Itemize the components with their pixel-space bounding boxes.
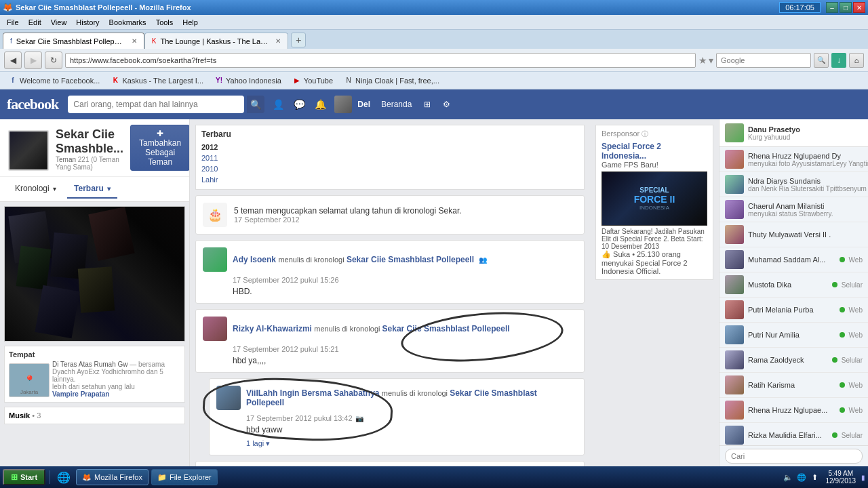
fb-tab-kronologi[interactable]: Kronologi ▾	[8, 180, 63, 199]
taskbar-icon-orb[interactable]: 🌐	[54, 468, 73, 487]
taskbar-upload-icon[interactable]: ⬆	[810, 472, 821, 483]
chat-item-ndra[interactable]: Ndra Diarys Sundanis dan Nenk Ria Sluter…	[719, 172, 868, 197]
fb-right-sidebar: Bersponsor ⓘ Special Force 2 Indonesia..…	[590, 119, 719, 466]
fb-year-2011[interactable]: 2011	[201, 152, 578, 163]
back-button[interactable]: ◀	[4, 52, 22, 69]
bookmark-youtube[interactable]: ▶ YouTube	[288, 75, 337, 87]
minimize-button[interactable]: –	[826, 2, 838, 13]
fb-post-viillahh-author[interactable]: ViilLahh Ingin Bersma Sahabatnya	[246, 388, 380, 398]
fb-post-rizky-body: hbd ya,,,,	[203, 356, 577, 365]
chat-item-thuty[interactable]: Thuty Mulyawati Versi II .	[719, 222, 868, 247]
search-button[interactable]: 🔍	[814, 53, 829, 68]
menu-file[interactable]: File	[3, 17, 23, 28]
url-bar[interactable]	[65, 53, 696, 68]
add-friend-button[interactable]: ✚ Tambahkan Sebagai Teman	[130, 125, 190, 171]
menu-edit[interactable]: Edit	[24, 17, 45, 28]
suka-label[interactable]: 👍 Suka	[601, 250, 630, 258]
fb-vampire-label: Vampire Prapatan	[52, 390, 180, 398]
taskbar-network-icon[interactable]: 🌐	[796, 472, 807, 483]
fb-pages-link[interactable]: ⊞	[418, 98, 436, 110]
fb-post-rizky-author[interactable]: Rizky Al-Khawarizmi	[233, 324, 312, 333]
bookmark-kaskus[interactable]: K Kaskus - The Largest I...	[106, 75, 208, 87]
chat-item-chaerul[interactable]: Chaerul Anam Milanisti menyukai status S…	[719, 197, 868, 222]
menu-bookmarks[interactable]: Bookmarks	[105, 17, 151, 28]
chat-item-rhena2[interactable]: Rhena Hruzz Nglupae... Web	[719, 398, 868, 423]
menu-tools[interactable]: Tools	[152, 17, 178, 28]
chat-info-ratih: Ratih Karisma	[748, 381, 835, 389]
tab-kaskus[interactable]: K The Lounge | Kaskus - The Largest In..…	[144, 33, 289, 49]
fb-username[interactable]: Del	[357, 100, 370, 109]
chat-item-putri-n[interactable]: Putri Nur Amilia Web	[719, 323, 868, 348]
bookmark-facebook[interactable]: f Welcome to Facebook...	[4, 75, 104, 87]
fb-location-name-text: Di Teras Atas Rumah Gw — bersama Dyachh …	[52, 361, 180, 383]
fb-left-panel: Sekar Ciie Smashble... Teman 221 (0 Tema…	[0, 119, 190, 466]
fb-post-ady-author[interactable]: Ady Isoenk	[233, 255, 276, 264]
fb-chat-search-input[interactable]	[725, 449, 863, 464]
fb-profile-pic	[8, 130, 49, 171]
fb-tab-terbaru[interactable]: Terbaru ▾	[67, 180, 117, 199]
chat-name-rhena2: Rhena Hruzz Nglupae...	[748, 406, 835, 414]
chat-platform-saddam: Web	[849, 256, 863, 264]
taskbar-explorer-btn[interactable]: 📁 File Explorer	[151, 469, 218, 485]
fb-nav-icons: 👤 💬 🔔	[270, 98, 329, 111]
taskbar-explorer-label: File Explorer	[170, 473, 212, 481]
menu-help[interactable]: Help	[178, 17, 202, 28]
menu-history[interactable]: History	[72, 17, 103, 28]
tab-facebook-close[interactable]: ✕	[132, 37, 137, 45]
chat-item-rizka[interactable]: Rizka Maulidia Elfari... Selular	[719, 423, 868, 445]
fb-year-lahir[interactable]: Lahir	[201, 174, 578, 185]
refresh-button[interactable]: ↻	[45, 52, 62, 69]
fb-post-ady-header: Ady Isoenk menulis di kronologi Sekar Ci…	[203, 247, 577, 272]
taskbar-date-display: 12/9/2013	[826, 477, 856, 485]
chat-item-rama[interactable]: Rama Zaoldyeck Selular	[719, 348, 868, 373]
fb-year-2010[interactable]: 2010	[201, 163, 578, 174]
fb-post-ady-target[interactable]: Sekar Ciie Smashblast Pollepeell	[347, 255, 474, 264]
chat-name-mustofa: Mustofa Dika	[748, 281, 828, 289]
fb-sponsor-image[interactable]: SPECIAL FORCE II INDONESIA	[601, 171, 707, 226]
fb-icon-messages[interactable]: 💬	[291, 98, 308, 111]
taskbar-sound-icon[interactable]: 🔈	[783, 472, 793, 483]
maximize-button[interactable]: □	[840, 2, 852, 13]
taskbar-firefox-btn[interactable]: 🦊 Mozilla Firefox	[76, 469, 149, 485]
tab-kaskus-close[interactable]: ✕	[275, 37, 281, 45]
close-button[interactable]: ✕	[853, 2, 865, 13]
fb-year-terbaru[interactable]: 2012	[201, 142, 578, 152]
chat-info-rhena2: Rhena Hruzz Nglupae...	[748, 406, 835, 414]
show-more-link[interactable]: 1 lagi ▾	[246, 439, 270, 447]
bookmarks-bar: f Welcome to Facebook... K Kaskus - The …	[0, 72, 868, 89]
taskbar-show-desktop[interactable]: ▮	[861, 474, 865, 481]
taskbar-separator	[50, 470, 50, 484]
start-button[interactable]: ⊞ Start	[3, 469, 45, 485]
fb-suka: 👍 Suka • 25.130 orang menyukai Special F…	[601, 250, 707, 275]
fb-settings-link[interactable]: ⚙	[437, 98, 456, 110]
forward-button[interactable]: ▶	[24, 52, 42, 69]
fb-search-input[interactable]	[68, 96, 244, 113]
menu-view[interactable]: View	[47, 17, 71, 28]
chat-avatar-putri-n	[725, 325, 744, 344]
search-input[interactable]	[716, 53, 811, 68]
fb-sponsor-name[interactable]: Special Force 2 Indonesia...	[601, 142, 707, 161]
chat-avatar-rhena2	[725, 401, 744, 420]
fb-place-section: Tempat 📍 Jakarta Di Teras Atas Rumah Gw …	[4, 346, 185, 403]
new-tab-button[interactable]: +	[291, 33, 306, 47]
fb-search-button[interactable]: 🔍	[247, 96, 264, 113]
tab-facebook[interactable]: f Sekar Ciie Smashblast Pollepeell ✕	[3, 33, 144, 49]
fb-post-rizky-target[interactable]: Sekar Ciie Smashblast Pollepeell	[382, 324, 510, 333]
chat-platform-putri-n: Web	[849, 331, 863, 339]
chat-item-rhena[interactable]: Rhena Hruzz Nglupaend Dy menyukai foto A…	[719, 147, 868, 172]
fb-post-rizky: Rizky Al-Khawarizmi menulis di kronologi…	[195, 309, 585, 373]
fb-home-link[interactable]: Beranda	[376, 98, 417, 110]
chat-avatar-thuty	[725, 225, 744, 244]
chat-item-saddam[interactable]: Muhamad Saddam Al... Web	[719, 247, 868, 272]
fb-icon-notifications[interactable]: 🔔	[312, 98, 329, 111]
fb-icon-friends[interactable]: 👤	[270, 98, 287, 111]
home-button[interactable]: ⌂	[849, 53, 864, 68]
fb-chat-top-avatar	[725, 123, 744, 142]
download-button[interactable]: ↓	[831, 53, 846, 68]
chat-item-mustofa[interactable]: Mustofa Dika Selular	[719, 272, 868, 298]
bookmark-yahoo[interactable]: Y! Yahoo Indonesia	[210, 75, 285, 87]
chat-item-putri-m[interactable]: Putri Melania Purba Web	[719, 298, 868, 323]
fb-post-viillahh-action: menulis di kronologi	[382, 389, 450, 397]
chat-item-ratih[interactable]: Ratih Karisma Web	[719, 373, 868, 398]
bookmark-ninja[interactable]: N Ninja Cloak | Fast, free,...	[340, 75, 443, 87]
